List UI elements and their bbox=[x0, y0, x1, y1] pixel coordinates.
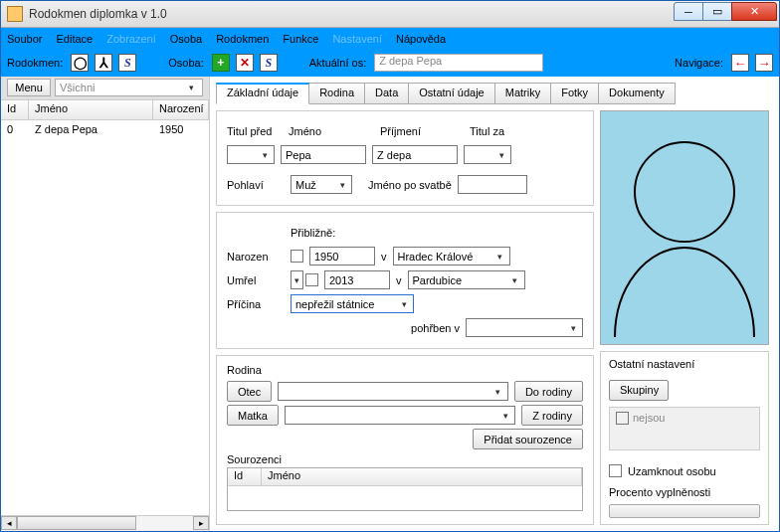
minimize-button[interactable]: ─ bbox=[674, 2, 703, 21]
lbl-titul-za: Titul za bbox=[470, 125, 504, 137]
tab-ostatni-udaje[interactable]: Ostatní údaje bbox=[408, 83, 494, 104]
list-header: Id Jméno Narození bbox=[1, 100, 209, 120]
menu-zobrazeni: Zobrazení bbox=[106, 33, 156, 45]
lbl-sourozenci: Sourozenci bbox=[227, 453, 583, 465]
list-h-scrollbar[interactable]: ◂ ▸ bbox=[1, 515, 209, 531]
lbl-uzamknout: Uzamknout osobu bbox=[628, 465, 716, 477]
lbl-v2: v bbox=[396, 274, 402, 286]
lbl-umrel: Umřel bbox=[227, 274, 285, 286]
tab-data[interactable]: Data bbox=[364, 83, 409, 104]
menubar: Soubor Editace Zobrazení Osoba Rodokmen … bbox=[1, 28, 779, 49]
toolbar-rodokmen-label: Rodokmen: bbox=[7, 57, 63, 69]
nav-forward-icon[interactable]: → bbox=[755, 54, 773, 72]
dates-panel: Přibližně: Narozen v Hradec Králové▾ Umř… bbox=[216, 212, 594, 349]
narozen-approx-checkbox[interactable] bbox=[291, 250, 303, 263]
list-filter-select[interactable]: Všichni▾ bbox=[55, 79, 203, 96]
menu-soubor[interactable]: Soubor bbox=[7, 33, 42, 45]
jmeno-po-svatbe-input[interactable] bbox=[458, 175, 527, 194]
lbl-procento: Procento vyplněnosti bbox=[609, 486, 760, 498]
tree-branch-icon[interactable]: ⅄ bbox=[95, 54, 112, 72]
umrel-misto-select[interactable]: Pardubice▾ bbox=[408, 270, 525, 289]
tab-dokumenty[interactable]: Dokumenty bbox=[598, 83, 676, 104]
pohrben-select[interactable]: ▾ bbox=[466, 318, 583, 337]
umrel-year-input[interactable] bbox=[324, 270, 390, 289]
ostatni-title: Ostatní nastavení bbox=[609, 358, 760, 370]
list-row[interactable]: 0 Z depa Pepa 1950 bbox=[1, 120, 209, 138]
current-person-field[interactable]: Z depa Pepa bbox=[374, 54, 543, 72]
lbl-pohrben: pohřben v bbox=[411, 322, 460, 334]
toolbar: Rodokmen: ◯ ⅄ S Osoba: + ✕ S Aktuální os… bbox=[1, 50, 779, 77]
scroll-right-icon[interactable]: ▸ bbox=[193, 516, 209, 530]
matka-select[interactable]: ▾ bbox=[285, 406, 515, 425]
lbl-narozen: Narozen bbox=[227, 251, 285, 263]
lbl-pricina: Příčina bbox=[227, 298, 285, 310]
uzamknout-checkbox[interactable] bbox=[609, 464, 622, 477]
pridat-sourozence-button[interactable]: Přidat sourozence bbox=[473, 429, 583, 449]
sib-col-id[interactable]: Id bbox=[228, 468, 262, 485]
sourozenci-table: Id Jméno bbox=[227, 467, 583, 511]
tab-matriky[interactable]: Matriky bbox=[494, 83, 551, 104]
delete-person-icon[interactable]: ✕ bbox=[236, 54, 254, 72]
menu-funkce[interactable]: Funkce bbox=[283, 33, 318, 45]
otec-button[interactable]: Otec bbox=[227, 381, 272, 402]
menu-napoveda[interactable]: Nápověda bbox=[396, 33, 446, 45]
tab-fotky[interactable]: Fotky bbox=[550, 83, 599, 104]
add-person-icon[interactable]: + bbox=[212, 54, 230, 72]
tab-zakladni-udaje[interactable]: Základní údaje bbox=[216, 83, 309, 104]
col-narozeni[interactable]: Narození bbox=[153, 100, 209, 119]
app-icon bbox=[7, 6, 23, 22]
menu-nastaveni: Nastavení bbox=[332, 33, 382, 45]
lbl-pohlavi: Pohlaví bbox=[227, 179, 285, 191]
lbl-priblizne: Přibližně: bbox=[291, 227, 335, 239]
sib-col-jmeno[interactable]: Jméno bbox=[262, 468, 582, 485]
avatar-placeholder bbox=[600, 110, 769, 345]
nav-back-icon[interactable]: ← bbox=[731, 54, 749, 72]
lbl-prijmeni: Příjmení bbox=[380, 125, 458, 137]
titlebar: Rodokmen diplomka v 1.0 ─ ▭ ✕ bbox=[1, 1, 779, 28]
pricina-select[interactable]: nepřežil státnice▾ bbox=[291, 294, 414, 313]
menu-rodokmen[interactable]: Rodokmen bbox=[216, 33, 269, 45]
do-rodiny-button[interactable]: Do rodiny bbox=[514, 381, 583, 402]
toolbar-aktualni-label: Aktuální os: bbox=[309, 57, 366, 69]
tree-circle-icon[interactable]: ◯ bbox=[71, 54, 89, 72]
pohlavi-select[interactable]: Muž▾ bbox=[291, 175, 352, 194]
z-rodiny-button[interactable]: Z rodiny bbox=[521, 405, 583, 426]
tree-s-icon[interactable]: S bbox=[118, 54, 136, 72]
toolbar-osoba-label: Osoba: bbox=[168, 57, 203, 69]
umrel-approx-select[interactable]: ▾ bbox=[291, 270, 303, 289]
tab-rodina[interactable]: Rodina bbox=[308, 83, 365, 104]
window-title: Rodokmen diplomka v 1.0 bbox=[29, 7, 675, 21]
umrel-approx-checkbox[interactable] bbox=[305, 273, 318, 286]
list-menu-button[interactable]: Menu bbox=[7, 79, 51, 96]
scroll-left-icon[interactable]: ◂ bbox=[1, 516, 17, 530]
col-id[interactable]: Id bbox=[1, 100, 29, 119]
lbl-jmeno: Jméno bbox=[289, 125, 368, 137]
menu-osoba[interactable]: Osoba bbox=[170, 33, 202, 45]
lbl-jmeno-po-svatbe: Jméno po svatbě bbox=[368, 179, 452, 191]
titul-za-select[interactable]: ▾ bbox=[464, 145, 511, 164]
toolbar-navigace-label: Navigace: bbox=[675, 57, 723, 69]
completeness-progress bbox=[609, 504, 760, 518]
otec-select[interactable]: ▾ bbox=[278, 382, 508, 401]
menu-editace[interactable]: Editace bbox=[56, 33, 93, 45]
skupiny-button[interactable]: Skupiny bbox=[609, 380, 669, 401]
tabs: Základní údaje Rodina Data Ostatní údaje… bbox=[216, 83, 769, 104]
person-silhouette-icon bbox=[610, 118, 759, 337]
matka-button[interactable]: Matka bbox=[227, 405, 279, 426]
person-s-icon[interactable]: S bbox=[260, 54, 278, 72]
svg-point-0 bbox=[635, 142, 734, 242]
rodina-panel: Rodina Otec ▾ Do rodiny Matka ▾ Z rodiny bbox=[216, 355, 594, 525]
close-button[interactable]: ✕ bbox=[731, 2, 777, 21]
prijmeni-input[interactable] bbox=[372, 145, 458, 164]
narozen-year-input[interactable] bbox=[309, 247, 375, 266]
nejsou-checkbox bbox=[616, 412, 629, 425]
col-jmeno[interactable]: Jméno bbox=[29, 100, 153, 119]
maximize-button[interactable]: ▭ bbox=[702, 2, 732, 21]
jmeno-input[interactable] bbox=[281, 145, 366, 164]
lbl-titul-pred: Titul před bbox=[227, 125, 277, 137]
scroll-thumb[interactable] bbox=[17, 516, 136, 530]
titul-pred-select[interactable]: ▾ bbox=[227, 145, 275, 164]
narozen-misto-select[interactable]: Hradec Králové▾ bbox=[393, 247, 510, 266]
basic-info-panel: Titul před Jméno Příjmení Titul za ▾ ▾ bbox=[216, 110, 594, 206]
lbl-v1: v bbox=[381, 251, 387, 263]
